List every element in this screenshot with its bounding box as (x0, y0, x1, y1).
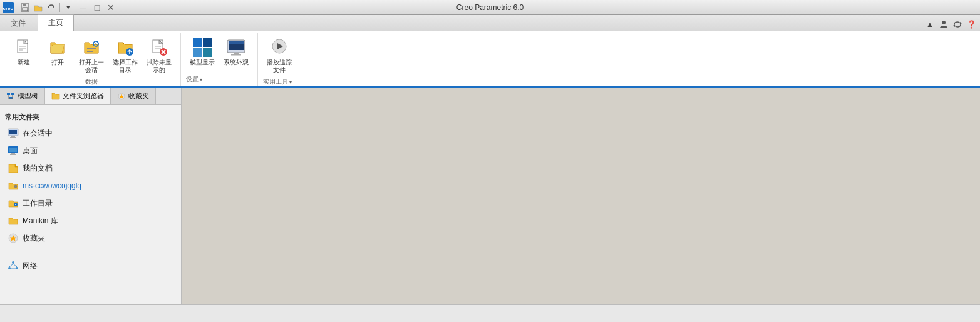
svg-point-52 (14, 185, 17, 188)
window-controls: ─ □ ✕ (77, 2, 120, 13)
docs-icon (8, 163, 19, 174)
svg-rect-46 (11, 136, 15, 137)
manikin-icon (8, 215, 19, 226)
btn-new-label: 新建 (18, 59, 30, 66)
panel-tab-tree-label: 模型树 (18, 91, 38, 101)
folder-item-manikin[interactable]: Manikin 库 (0, 212, 181, 229)
tab-file[interactable]: 文件 (0, 15, 36, 31)
panel-tabs: 模型树 文件夹浏览器 收藏夹 (0, 88, 181, 105)
btn-system-appearance-label: 系统外观 (224, 59, 249, 66)
open-icon (48, 38, 68, 58)
maximize-button[interactable]: □ (91, 2, 103, 13)
svg-rect-13 (87, 48, 96, 49)
folder-item-session[interactable]: 在会话中 (0, 124, 181, 142)
svg-rect-47 (10, 137, 16, 138)
btn-open[interactable]: 打开 (41, 35, 74, 74)
desktop-icon (8, 145, 19, 156)
network-share-icon (8, 180, 19, 191)
ribbon-group-settings: 模型显示 系统外观 设置 ▾ (181, 33, 258, 86)
svg-rect-50 (11, 153, 15, 154)
btn-erase[interactable]: 拭除未显示的 (143, 35, 175, 76)
svg-rect-25 (193, 38, 202, 47)
svg-rect-49 (9, 148, 17, 152)
star-icon (117, 92, 126, 101)
svg-line-61 (9, 264, 13, 267)
ribbon-right-icons: ▲ ❓ (924, 18, 980, 31)
svg-rect-45 (9, 130, 17, 134)
model-display-icon (192, 38, 212, 58)
btn-workdir[interactable]: 选择工作目录 (109, 35, 142, 76)
btn-new[interactable]: 新建 (8, 35, 40, 74)
utilities-buttons: 播放追踪文件 (263, 34, 296, 76)
separator (59, 3, 60, 12)
svg-rect-51 (10, 154, 16, 155)
workdir-folder-icon (8, 198, 19, 209)
folder-item-network-share[interactable]: ms-ccwowcojqglq (0, 177, 181, 194)
btn-history[interactable]: 打开上一会话 (75, 35, 108, 76)
qa-open[interactable] (32, 1, 44, 14)
folder-label-workdir: 工作目录 (23, 198, 53, 209)
folder-label-session: 在会话中 (23, 128, 53, 139)
tab-home[interactable]: 主页 (38, 14, 74, 31)
folder-item-desktop[interactable]: 桌面 (0, 142, 181, 159)
svg-marker-7 (960, 22, 962, 24)
btn-model-display[interactable]: 模型显示 (186, 35, 219, 74)
network-icon (8, 260, 19, 271)
svg-rect-28 (203, 48, 212, 57)
qa-undo[interactable] (45, 1, 58, 14)
ribbon-group-utilities: 播放追踪文件 实用工具 ▾ (258, 33, 301, 86)
left-panel: 模型树 文件夹浏览器 收藏夹 常用文件夹 (0, 88, 182, 304)
workdir-icon (115, 38, 135, 58)
panel-tab-tree[interactable]: 模型树 (0, 88, 45, 104)
tree-icon (6, 92, 15, 101)
btn-system-appearance[interactable]: 系统外观 (220, 35, 252, 74)
svg-rect-26 (203, 38, 212, 47)
ribbon-tabs: 文件 主页 ▲ ❓ (0, 15, 980, 31)
svg-text:creo: creo (3, 6, 14, 11)
quick-access-toolbar: ▾ (16, 1, 77, 14)
qa-dropdown[interactable]: ▾ (62, 1, 75, 14)
tabs-row: 文件 主页 (0, 14, 75, 31)
sync-icon[interactable] (951, 18, 964, 31)
new-icon (14, 38, 34, 58)
folder-browse-icon (51, 92, 60, 101)
utilities-dropdown-arrow[interactable]: ▾ (289, 79, 292, 85)
panel-tab-browser[interactable]: 文件夹浏览器 (45, 88, 111, 104)
btn-play-trace-label: 播放追踪文件 (265, 59, 294, 74)
history-icon (81, 38, 101, 58)
erase-icon (149, 38, 169, 58)
close-button[interactable]: ✕ (105, 2, 117, 13)
btn-play-trace[interactable]: 播放追踪文件 (263, 35, 296, 76)
system-appearance-icon (226, 38, 246, 58)
section-label-common: 常用文件夹 (0, 110, 181, 124)
user-icon[interactable] (937, 18, 950, 31)
folder-item-workdir[interactable]: 工作目录 (0, 194, 181, 212)
ribbon-group-data: 新建 打开 (3, 33, 181, 86)
folder-label-favorites: 收藏夹 (23, 233, 45, 244)
svg-line-62 (13, 264, 17, 267)
btn-model-display-label: 模型显示 (190, 59, 215, 66)
expand-icon[interactable]: ▲ (924, 18, 936, 31)
svg-rect-37 (11, 93, 14, 95)
svg-marker-8 (953, 24, 955, 27)
data-buttons: 新建 打开 (8, 34, 175, 76)
folder-label-manikin: Manikin 库 (23, 216, 58, 226)
qa-save[interactable] (19, 1, 31, 14)
folder-label-desktop: 桌面 (23, 146, 38, 156)
folder-label-network: 网络 (23, 261, 38, 271)
help-icon[interactable]: ❓ (965, 18, 977, 31)
main-content-area (182, 88, 980, 304)
btn-history-label: 打开上一会话 (77, 59, 106, 74)
panel-tab-favorites[interactable]: 收藏夹 (111, 88, 156, 104)
folder-item-favorites[interactable]: 收藏夹 (0, 229, 181, 247)
svg-rect-4 (23, 8, 28, 11)
svg-rect-32 (234, 53, 239, 54)
panel-tab-favorites-label: 收藏夹 (128, 91, 149, 101)
ribbon: 新建 打开 (0, 31, 980, 88)
minimize-button[interactable]: ─ (77, 2, 90, 13)
svg-rect-36 (7, 93, 10, 95)
settings-dropdown-arrow[interactable]: ▾ (200, 77, 202, 83)
play-trace-icon (269, 38, 289, 58)
folder-item-network[interactable]: 网络 (0, 257, 181, 274)
folder-item-docs[interactable]: 我的文档 (0, 159, 181, 177)
